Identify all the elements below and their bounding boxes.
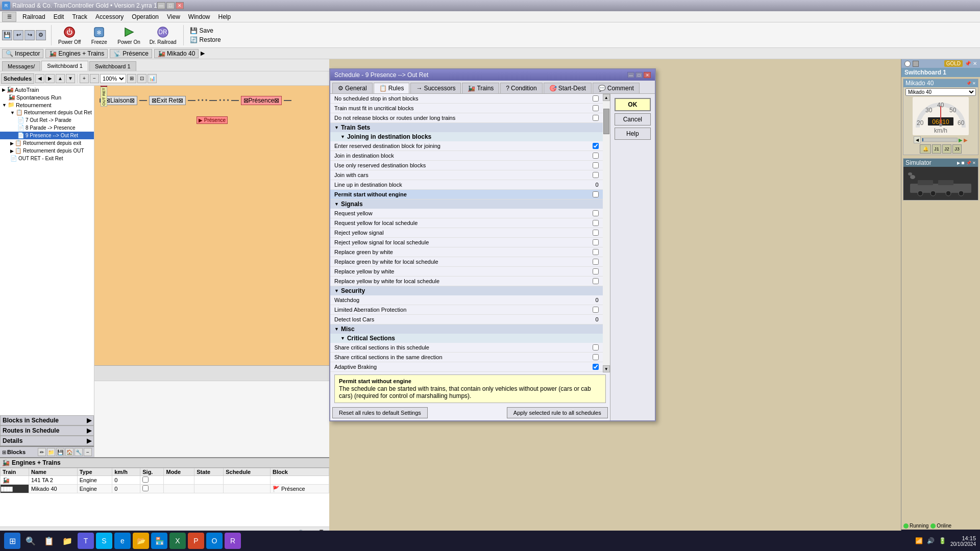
mikado-btn[interactable]: 🚂 Mikado 40 [154,49,199,58]
section-signals[interactable]: ▼ Signals [330,199,603,209]
section-train-sets[interactable]: ▼ Train Sets [330,123,603,132]
fn-1-btn[interactable]: J1 [932,144,941,154]
tab-comment[interactable]: 💬 Comment [593,83,640,93]
tree-item-8-parade[interactable]: 📄 8 Parade -> Presence [0,124,94,132]
taskview-btn[interactable]: 📋 [41,533,57,549]
tree-item-out-ret[interactable]: 📄 OUT RET - Exit Ret [0,155,94,162]
outlook-btn[interactable]: O [206,533,223,549]
quick-undo-btn[interactable]: ↩ [13,30,23,40]
section-security[interactable]: ▼ Security [330,286,603,295]
details-header[interactable]: Details ▶ [0,436,94,446]
mikado-pin-btn[interactable]: 📌 [966,81,971,86]
tree-item-9-presence[interactable]: 📄 9 Presence --> Out Ret [0,132,94,139]
tab-messages[interactable]: Messages/ [2,61,40,71]
apply-btn[interactable]: Apply selected rule to all schedules [507,407,608,418]
dialog-max-btn[interactable]: □ [635,72,643,78]
section-joining[interactable]: ▼ Joining in destination blocks [330,132,603,141]
rule-check[interactable] [593,354,599,360]
tab-rules[interactable]: 📋 Rules [374,83,410,93]
rule-check[interactable] [593,344,599,350]
tab-general[interactable]: ⚙ General [332,83,373,93]
rule-check[interactable] [593,143,599,149]
blocks-in-schedule-header[interactable]: Blocks in Schedule ▶ [0,415,94,425]
fn-3-btn[interactable]: J3 [952,144,962,154]
scroll-thumb[interactable] [603,109,609,134]
files-btn[interactable]: 📁 [59,533,76,549]
menu-help[interactable]: Help [214,12,235,21]
block-edit-btn[interactable]: ✏ [38,448,46,456]
rule-check[interactable] [593,307,599,313]
rule-check[interactable] [593,172,599,178]
tree-item-depuis-out[interactable]: ▼ 📋 Retournement depuis Out Ret [0,109,94,116]
rule-check[interactable] [593,210,599,216]
tree-item-depuis-exit[interactable]: ▶ 📋 Retournement depuis exit [0,139,94,147]
block-save-btn[interactable]: 💾 [56,448,64,456]
quick-redo-btn[interactable]: ↪ [24,30,35,40]
fn-sound-btn[interactable]: 🔔 [920,144,931,154]
routes-in-schedule-header[interactable]: Routes in Schedule ▶ [0,425,94,436]
help-btn[interactable]: Help [615,128,651,140]
engines-trains-btn[interactable]: 🚂 Engines + Trains [45,49,108,58]
tab-switchboard1[interactable]: Switchboard 1 [41,61,88,71]
presence-btn[interactable]: 📡 Présence [110,49,152,58]
quick-save-btn[interactable]: 💾 [2,30,12,40]
maximize-btn[interactable]: □ [166,2,175,9]
dir-back-btn[interactable]: ▶ [964,137,968,143]
tree-item-depuis-out2[interactable]: ▶ 📋 Retournement depuis OUT [0,147,94,155]
panel-radio-grid[interactable] [913,61,919,67]
start-btn[interactable]: ⊞ [4,533,20,549]
scroll-up-btn[interactable]: ▲ [603,94,610,101]
dialog-close-btn[interactable]: ✕ [644,72,651,78]
tab-condition[interactable]: ? Condition [500,83,542,93]
menu-edit[interactable]: Edit [50,12,68,21]
rule-check[interactable] [593,364,599,370]
tree-item-retournement[interactable]: ▼ 📁 Retournement [0,101,94,109]
zoom-select[interactable]: 100% [100,74,126,83]
ok-btn[interactable]: OK [615,98,651,111]
nav-up-btn[interactable]: ▲ [56,74,65,83]
edge-btn[interactable]: e [114,533,131,549]
block-home-btn[interactable]: 🏠 [65,448,74,456]
tree-item-spontaneous[interactable]: 🚂 Spontaneous Run [0,93,94,101]
tab-trains[interactable]: 🚂 Trains [462,83,499,93]
rule-check[interactable] [593,249,599,255]
tab-switchboard1-dup[interactable]: Switchboard 1 [89,61,136,71]
section-critical[interactable]: ▼ Critical Sections [330,334,603,343]
skype-btn[interactable]: S [96,533,112,549]
sim-pin-btn[interactable]: 📌 [966,161,971,165]
rule-check[interactable] [593,95,599,102]
sim-close-btn[interactable]: ✕ [972,161,976,165]
nav-back-btn[interactable]: ◀ [35,74,44,83]
power-off-btn[interactable]: ⏻ Power Off [55,23,84,46]
chart-btn[interactable]: 📊 [148,74,157,83]
railroad-taskbar-btn[interactable]: R [225,533,241,549]
minimize-btn[interactable]: — [157,2,165,9]
zoom-in-btn[interactable]: + [80,74,89,83]
sim-stop-btn[interactable]: ⏹ [961,161,965,165]
dir-forward-btn[interactable]: ▶ [959,137,963,143]
freeze-btn[interactable]: ❄ Freeze [86,23,112,46]
zoom-out-btn[interactable]: − [90,74,99,83]
tab-successors[interactable]: → Successors [410,83,461,93]
explorer-btn[interactable]: 📂 [133,533,149,549]
rule-check[interactable] [593,162,599,168]
rule-check[interactable] [593,278,599,284]
rule-permit-start[interactable]: Permit start without engine [330,190,603,199]
excel-btn[interactable]: X [169,533,186,549]
mikado-prev-btn[interactable]: ◀ [914,136,921,143]
mikado-close-btn[interactable]: ✕ [972,81,976,86]
block-settings-btn[interactable]: 🔧 [75,448,83,456]
nav-down-btn[interactable]: ▼ [66,74,75,83]
speed-slider-thumb[interactable] [922,138,923,141]
sim-play-btn[interactable]: ▶ [957,161,960,165]
dr-railroad-btn[interactable]: DR Dr. Railroad [146,23,180,46]
app-menu-btn[interactable]: ☰ [2,12,16,22]
fn-2-btn[interactable]: J2 [942,144,951,154]
block-minus-btn[interactable]: − [84,448,92,456]
menu-accessory[interactable]: Accessory [91,12,128,21]
quick-settings-btn[interactable]: ⚙ [36,30,46,40]
store-btn[interactable]: 🏪 [151,533,167,549]
reset-btn[interactable]: Reset all rules to default Settings [332,407,428,418]
teams-btn[interactable]: T [78,533,94,549]
menu-view[interactable]: View [163,12,184,21]
